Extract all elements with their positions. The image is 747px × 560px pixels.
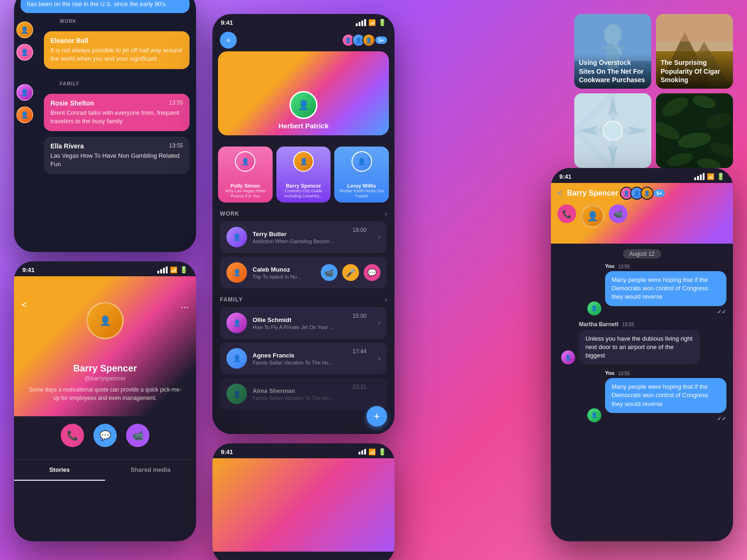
news-card-text: Using Overstock Sites On The Net For Coo… xyxy=(574,54,651,89)
profile-handle: @barryspencer xyxy=(14,375,196,382)
story-card-polly[interactable]: 👤 Polly Simon Why Las Vegas Hotel Rooms … xyxy=(218,147,273,203)
chat-person-name: Barry Spencer xyxy=(567,189,618,197)
feed-desc: Family Safari Vacation To The Home Of... xyxy=(253,360,337,365)
chat-message-martha: 👤 Martha Barnett 13:55 Unless you have t… xyxy=(557,321,726,365)
avatar-sm: 👤 xyxy=(362,34,375,47)
signal-icon xyxy=(694,173,705,180)
feed-desc: Addiction When Gambling Becomes A Pr... xyxy=(253,238,337,244)
feed-name: Caleb Munoz xyxy=(253,266,315,273)
chat-user-avatar: 👤 xyxy=(581,204,604,228)
svg-point-20 xyxy=(603,121,622,140)
family-title: FAMILY xyxy=(220,296,243,303)
status-icons: 📶 🔋 xyxy=(694,173,725,180)
signal-icon xyxy=(157,266,168,273)
read-receipt: ✓✓ xyxy=(605,414,726,422)
feed-avatar: 👤 xyxy=(226,313,247,333)
work-section-label: WORK xyxy=(37,17,196,27)
news-panel: Using Overstock Sites On The Net For Coo… xyxy=(574,14,733,173)
story-avatar: 👤 xyxy=(293,151,314,172)
video-button[interactable]: 📹 xyxy=(126,424,149,447)
status-icons: 📶 🔋 xyxy=(359,448,386,455)
signal-icon xyxy=(356,19,366,26)
message-bubble-ella[interactable]: Ella Rivera 13:55 Las Vegas How To Have … xyxy=(44,137,190,174)
avatar[interactable]: 👤 xyxy=(16,21,33,38)
compose-fab[interactable]: + xyxy=(366,406,387,427)
hero-name: Herbert Patrick xyxy=(278,122,329,130)
feed-item-alma[interactable]: 👤 Alma Sherman Family Safari Vacation To… xyxy=(220,378,387,410)
feed-time: 17:44 xyxy=(352,348,366,355)
status-bar: 9:41 📶 🔋 xyxy=(212,14,395,29)
hero-overlay: 👤 Herbert Patrick xyxy=(218,85,389,135)
story-card-leroy[interactable]: 👤 Leroy Willis Mother Earth Hosts Our Tr… xyxy=(334,147,389,203)
back-button[interactable]: < xyxy=(21,300,27,310)
battery-icon: 🔋 xyxy=(378,448,386,455)
blue-message-bubble: has been on the rise in the U.S. since t… xyxy=(21,0,190,13)
message-text: Many people were hoping that if the Demo… xyxy=(612,276,720,301)
message-text: It is not always possible to jet off hal… xyxy=(50,46,183,63)
story-row: 👤 Polly Simon Why Las Vegas Hotel Rooms … xyxy=(212,143,395,206)
story-avatar: 👤 xyxy=(352,151,372,172)
phone-chat: 9:41 📶 🔋 < Barry Spencer 👤 👤 xyxy=(551,168,733,541)
tab-shared-media[interactable]: Shared media xyxy=(105,460,196,481)
news-card-leaves[interactable] xyxy=(656,93,733,168)
feed-desc: Trip To Iqaluit In Nu... xyxy=(253,274,315,280)
user-avatar: 👤 xyxy=(587,408,601,422)
svg-rect-4 xyxy=(601,47,625,49)
tab-stories[interactable]: Stories xyxy=(14,460,105,481)
news-card-title: The Surprising Popularity Of Cigar Smoki… xyxy=(661,58,728,84)
profile-actions: 📞 💬 📹 xyxy=(14,416,196,455)
work-arrow[interactable]: › xyxy=(385,210,387,217)
chat-button[interactable]: 💬 xyxy=(364,264,381,281)
family-arrow[interactable]: › xyxy=(385,296,387,303)
phone-message-list: has been on the rise in the U.S. since t… xyxy=(14,0,196,252)
back-button[interactable]: < xyxy=(557,189,563,198)
feed-item-agnes[interactable]: 👤 Agnes Francis Family Safari Vacation T… xyxy=(220,343,387,374)
status-time: 9:41 xyxy=(22,266,35,273)
chat-header: < Barry Spencer 👤 👤 👤 5+ xyxy=(551,183,733,200)
more-options-button[interactable]: ... xyxy=(181,300,189,310)
date-divider: August 12 xyxy=(557,249,726,258)
chat-message-you-2: You 13:55 Many people were hoping that i… xyxy=(557,370,726,422)
phone-call-button[interactable]: 📞 xyxy=(557,204,576,223)
feed-avatar: 👤 xyxy=(226,384,247,404)
video-call-button[interactable]: 📹 xyxy=(321,264,338,281)
battery-icon: 🔋 xyxy=(717,173,725,180)
message-bubble-eleanor[interactable]: Eleanor Ball It is not always possible t… xyxy=(44,31,190,69)
story-card-barry[interactable]: 👤 Barry Spencer Coventry City Guide Incl… xyxy=(276,147,331,203)
status-icons: 📶 🔋 xyxy=(157,266,188,273)
hero-card[interactable]: 👤 Herbert Patrick xyxy=(218,51,389,135)
feed-item-ollie[interactable]: 👤 Ollie Schmidt How To Fly A Private Jet… xyxy=(220,307,387,339)
message-sender: Ella Rivera xyxy=(50,142,183,150)
avatar-sm: 👤 xyxy=(641,187,654,200)
menu-button[interactable]: ≡ xyxy=(220,32,237,49)
feed-item-caleb[interactable]: 👤 Caleb Munoz Trip To Iqaluit In Nu... 📹… xyxy=(220,257,387,288)
work-title: WORK xyxy=(220,210,240,217)
chat-bubble-martha: Martha Barnett 13:55 Unless you have the… xyxy=(579,321,700,365)
chat-message-you-1: You 13:55 Many people were hoping that i… xyxy=(557,263,726,315)
avatar[interactable]: 👤 xyxy=(16,44,33,61)
signal-icon xyxy=(359,449,366,455)
profile-quote: Some days a motivational quote can provi… xyxy=(14,385,196,402)
wifi-icon: 📶 xyxy=(368,448,376,455)
feed-desc: Family Safari Vacation To The Home Of... xyxy=(253,395,337,401)
news-card-cigar[interactable]: The Surprising Popularity Of Cigar Smoki… xyxy=(656,14,733,89)
news-card-ice[interactable] xyxy=(574,93,651,168)
message-button[interactable]: 💬 xyxy=(93,424,117,447)
message-sender: Eleanor Ball xyxy=(50,37,183,44)
call-button[interactable]: 📞 xyxy=(61,424,84,447)
profile-name-block: Barry Spencer @barryspencer Some days a … xyxy=(14,363,196,402)
audio-button[interactable]: 🎤 xyxy=(342,264,359,281)
avatar[interactable]: 👤 xyxy=(16,106,33,123)
action-buttons: 📹 🎤 💬 xyxy=(321,264,381,281)
message-bubble-rosie[interactable]: Rosie Shelton 13:55 Brent Conrad talks w… xyxy=(44,94,190,131)
story-name: Barry Spencer xyxy=(286,183,321,189)
feed-item-terry[interactable]: 👤 Terry Butler Addiction When Gambling B… xyxy=(220,221,387,253)
news-card-overstock[interactable]: Using Overstock Sites On The Net For Coo… xyxy=(574,14,651,89)
wifi-icon: 📶 xyxy=(170,266,177,273)
feed-time: 18:00 xyxy=(352,227,366,233)
martha-avatar: 👤 xyxy=(561,350,575,364)
message-sender: Rosie Shelton xyxy=(50,99,183,107)
avatar[interactable]: 👤 xyxy=(16,84,33,101)
video-call-button[interactable]: 📹 xyxy=(609,204,627,223)
message-time: 13:55 xyxy=(169,99,183,106)
